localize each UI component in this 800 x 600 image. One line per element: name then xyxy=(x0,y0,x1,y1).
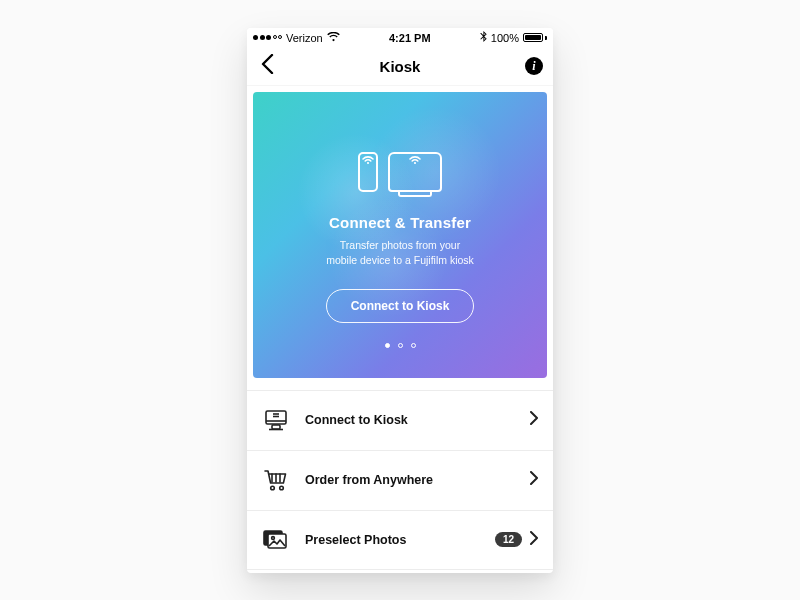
photos-stack-icon xyxy=(261,527,291,553)
row-label: Order from Anywhere xyxy=(305,473,522,487)
status-left: Verizon xyxy=(253,32,340,44)
svg-rect-14 xyxy=(268,534,286,548)
page-indicator[interactable] xyxy=(385,343,416,348)
svg-rect-4 xyxy=(272,425,280,429)
chevron-left-icon xyxy=(261,54,274,74)
wifi-icon xyxy=(327,32,340,44)
battery-icon xyxy=(523,33,547,42)
svg-point-12 xyxy=(280,486,284,490)
row-connect-to-kiosk[interactable]: Connect to Kiosk xyxy=(247,390,553,450)
chevron-right-icon xyxy=(530,471,539,489)
bluetooth-icon xyxy=(480,31,487,44)
chevron-right-icon xyxy=(530,531,539,549)
back-button[interactable] xyxy=(255,50,280,82)
chevron-right-icon xyxy=(530,411,539,429)
hero-title: Connect & Transfer xyxy=(329,214,471,231)
row-order-anywhere[interactable]: Order from Anywhere xyxy=(247,450,553,510)
status-right: 100% xyxy=(480,31,547,44)
hero-illustration xyxy=(340,114,460,192)
options-list: Connect to Kiosk xyxy=(247,390,553,570)
hero-card: Connect & Transfer Transfer photos from … xyxy=(253,92,547,378)
battery-pct: 100% xyxy=(491,32,519,44)
page-title: Kiosk xyxy=(380,58,421,75)
clock: 4:21 PM xyxy=(389,32,431,44)
page-dot-1[interactable] xyxy=(385,343,390,348)
page-dot-3[interactable] xyxy=(411,343,416,348)
phone-device-icon xyxy=(358,152,378,192)
cart-icon xyxy=(261,467,291,493)
connect-to-kiosk-button[interactable]: Connect to Kiosk xyxy=(326,289,475,323)
row-preselect-photos[interactable]: Preselect Photos 12 xyxy=(247,510,553,570)
svg-point-11 xyxy=(271,486,275,490)
carrier-label: Verizon xyxy=(286,32,323,44)
hero-subtitle: Transfer photos from your mobile device … xyxy=(326,238,474,270)
row-label: Preselect Photos xyxy=(305,533,495,547)
signal-dots-icon xyxy=(253,35,282,40)
page-dot-2[interactable] xyxy=(398,343,403,348)
info-button[interactable]: i xyxy=(525,57,543,75)
nav-bar: Kiosk i xyxy=(247,48,553,86)
status-bar: Verizon 4:21 PM 100% xyxy=(247,28,553,48)
count-badge: 12 xyxy=(495,532,522,547)
kiosk-monitor-icon xyxy=(261,407,291,433)
svg-rect-2 xyxy=(266,411,286,424)
phone-frame: Verizon 4:21 PM 100% K xyxy=(247,28,553,573)
row-label: Connect to Kiosk xyxy=(305,413,522,427)
kiosk-device-icon xyxy=(388,152,442,192)
